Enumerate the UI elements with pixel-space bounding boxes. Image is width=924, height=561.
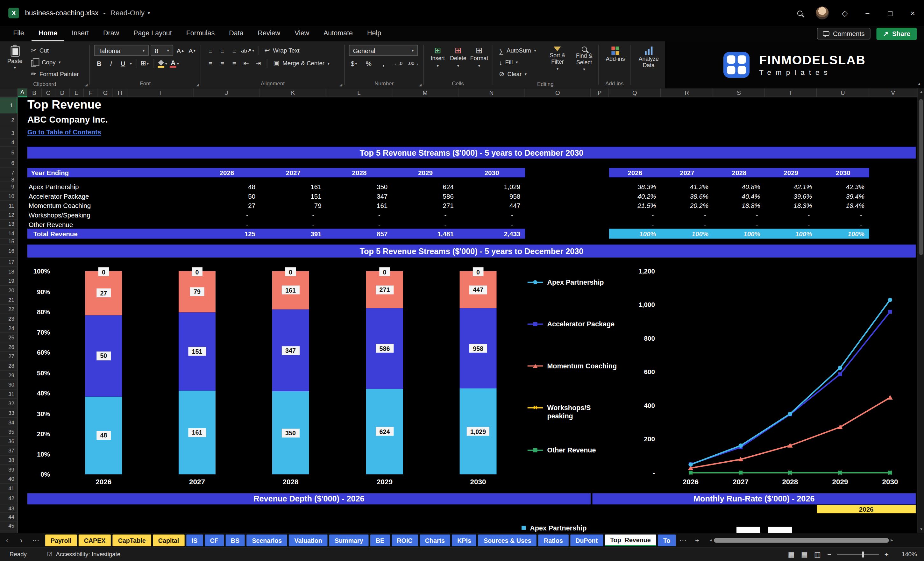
accessibility-status[interactable]: ☑Accessibility: Investigate [47,551,121,558]
column-header-H[interactable]: H [113,88,128,98]
year-header[interactable]: 2028 [326,168,393,178]
bold-button[interactable]: B [94,58,104,69]
minimize-button[interactable]: − [856,0,879,26]
row-header-18[interactable]: 18 [0,267,18,276]
italic-button[interactable]: I [106,58,116,69]
decrease-font-icon[interactable]: A▾ [187,45,197,56]
column-header-B[interactable]: B [27,88,42,98]
stream-value[interactable]: 447 [459,201,520,210]
row-header-1[interactable]: 1 [0,97,18,114]
column-header-C[interactable]: C [42,88,56,98]
column-header-D[interactable]: D [56,88,70,98]
account-avatar[interactable] [811,0,834,26]
row-header-17[interactable]: 17 [0,258,18,267]
align-left-icon[interactable]: ≡ [206,58,216,69]
stream-value[interactable]: - [326,210,381,219]
row-header-43[interactable]: 43 [0,504,18,513]
stream-name[interactable]: Apex Partnership [28,182,183,191]
menu-tab-help[interactable]: Help [360,26,388,41]
column-header-Q[interactable]: Q [609,88,661,98]
stream-value[interactable]: - [326,220,381,229]
row-header-8[interactable]: 8 [0,177,18,182]
stream-value[interactable]: 161 [326,201,388,210]
dialog-launcher-icon[interactable]: ◢ [85,82,87,87]
stream-value[interactable]: - [392,210,446,219]
row-header-5[interactable]: 5 [0,147,18,159]
more-sheets-icon[interactable]: ⋯ [676,536,690,544]
column-header-K[interactable]: K [260,88,326,98]
row-header-32[interactable]: 32 [0,399,18,408]
stream-pct[interactable]: 40.4% [713,192,760,201]
menu-tab-review[interactable]: Review [250,26,287,41]
align-bottom-icon[interactable]: ≡ [229,45,240,56]
row-header-26[interactable]: 26 [0,342,18,352]
row-header-15[interactable]: 15 [0,239,18,245]
row-header-34[interactable]: 34 [0,418,18,427]
banner-revenue-depth[interactable]: Revenue Depth ($'000) - 2026 [27,493,591,504]
column-header-P[interactable]: P [591,88,609,98]
increase-indent-icon[interactable]: ⇥ [253,58,263,69]
sheet-tab-CAPEX[interactable]: CAPEX [79,534,111,546]
fill-color-button[interactable]: ▾ [158,58,168,69]
fill-button[interactable]: ↓Fill▾ [496,57,543,68]
stream-value[interactable]: 271 [392,201,454,210]
orientation-button[interactable]: ab↗▾ [241,45,254,56]
row-header-12[interactable]: 12 [0,210,18,220]
row-header-19[interactable]: 19 [0,276,18,286]
year-header[interactable]: 2030 [459,168,525,178]
row-header-23[interactable]: 23 [0,314,18,324]
row-header-37[interactable]: 37 [0,446,18,456]
total-revenue-label[interactable]: Total Revenue [33,229,78,238]
stream-pct[interactable]: - [661,210,706,219]
decrease-decimal-icon[interactable]: .00→ [408,58,419,69]
stream-value[interactable]: 347 [326,192,388,201]
align-center-icon[interactable]: ≡ [218,58,228,69]
comments-button[interactable]: Comments [817,28,871,39]
row-header-29[interactable]: 29 [0,370,18,380]
row-header-10[interactable]: 10 [0,192,18,201]
zoom-out-button[interactable]: − [824,550,835,558]
sheet-tab-DuPont[interactable]: DuPont [570,534,603,546]
stream-name[interactable]: Accelerator Package [28,192,183,201]
year-header-pct[interactable]: 2026 [609,168,661,178]
total-value[interactable]: 125 [194,229,255,239]
stream-pct[interactable]: 40.2% [609,192,656,201]
scroll-up-icon[interactable]: ▴ [918,90,924,94]
year-header[interactable]: 2026 [194,168,260,178]
total-pct[interactable]: 100% [713,229,760,239]
column-header-T[interactable]: T [765,88,817,98]
row-header-41[interactable]: 41 [0,484,18,494]
stream-name[interactable]: Other Revenue [28,220,183,229]
format-cells-button[interactable]: ⊞Format▾ [469,45,489,69]
page-layout-view-icon[interactable]: ▤ [798,550,811,558]
sheet-tab-To[interactable]: To [658,534,676,546]
sort-filter-button[interactable]: Sort & Filter▾ [546,45,569,72]
year-header-pct[interactable]: 2030 [817,168,870,178]
column-header-A[interactable]: A [18,88,27,98]
banner-monthly-runrate[interactable]: Monthly Run-Rate ($'000) - 2026 [592,493,916,504]
sheet-tab-KPIs[interactable]: KPIs [452,534,476,546]
borders-button[interactable]: ⊞▾ [140,58,150,69]
delete-cells-button[interactable]: ⊞Delete▾ [448,45,468,69]
stream-pct[interactable]: - [713,210,758,219]
column-header-G[interactable]: G [98,88,113,98]
sheet-tab-Top-Revenue[interactable]: Top_Revenue [604,534,656,546]
column-header-M[interactable]: M [392,88,459,98]
share-button[interactable]: ↗Share [876,27,917,40]
scroll-down-icon[interactable]: ▾ [918,527,924,532]
stream-value[interactable]: - [260,210,314,219]
row-header-13[interactable]: 13 [0,220,18,229]
stream-value[interactable]: 586 [392,192,454,201]
stream-pct[interactable]: 18.8% [713,201,760,210]
column-header-F[interactable]: F [84,88,98,98]
cut-button[interactable]: ✂Cut [28,45,81,56]
menu-tab-automate[interactable]: Automate [316,26,360,41]
stream-value[interactable]: - [260,220,314,229]
stream-value[interactable]: 161 [260,182,322,191]
sheet-tab-BS[interactable]: BS [225,534,245,546]
total-value[interactable]: 857 [326,229,388,239]
zoom-level[interactable]: 140% [892,551,917,558]
row-header-44[interactable]: 44 [0,513,18,522]
menu-tab-file[interactable]: File [6,26,32,41]
stream-value[interactable]: 50 [194,192,255,201]
